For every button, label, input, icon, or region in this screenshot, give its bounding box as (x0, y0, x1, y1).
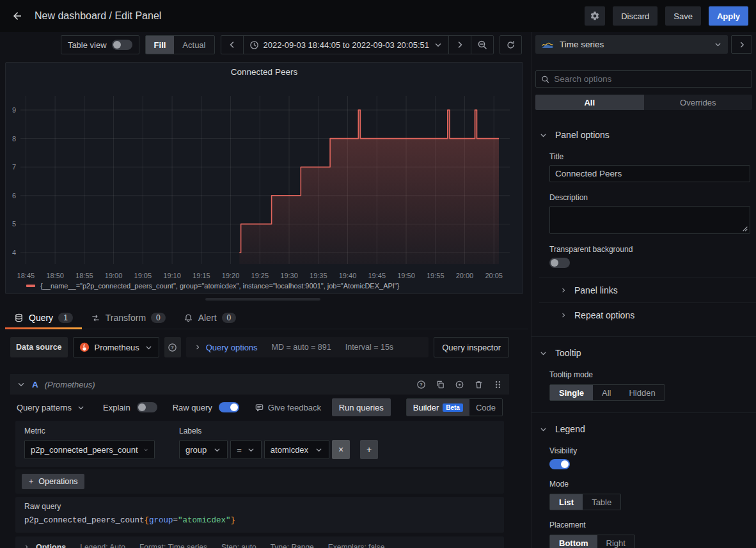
panel-title-input[interactable] (549, 165, 750, 182)
chevron-right-icon (563, 313, 565, 317)
datasource-row: Data source Prometheus Query options MD … (10, 337, 509, 357)
fill-option[interactable]: Fill (146, 36, 175, 54)
metric-label: Metric (24, 427, 155, 435)
add-operation-button[interactable]: + Operations (22, 474, 84, 489)
chart-legend[interactable]: {__name__="p2p_connected_peers_count", g… (26, 282, 399, 290)
builder-mode-option[interactable]: Builder Beta (407, 399, 469, 416)
chart-series (239, 110, 499, 264)
legend-placement-right[interactable]: Right (597, 535, 634, 548)
legend-visibility-toggle[interactable] (549, 459, 570, 469)
collapse-sidebar-button[interactable] (731, 35, 752, 54)
filter-overrides[interactable]: Overrides (644, 95, 753, 110)
svg-text:18:55: 18:55 (75, 272, 93, 279)
visualization-select[interactable]: Time series (535, 35, 728, 54)
section-panel-options[interactable]: Panel options (532, 119, 756, 144)
repeat-options-section[interactable]: Repeat options (539, 302, 756, 327)
give-feedback-link[interactable]: Give feedback (255, 403, 321, 412)
collapse-query-icon (19, 384, 24, 386)
query-options-collapsed-row[interactable]: Options Legend: Auto Format: Time series… (15, 536, 504, 548)
legend-mode-label: Mode (549, 480, 750, 489)
remove-label-filter-button[interactable]: × (332, 440, 350, 459)
label-operator-select[interactable]: = (230, 440, 262, 459)
time-range-button[interactable]: 2022-09-03 18:44:05 to 2022-09-03 20:05:… (244, 36, 450, 54)
legend-mode-list[interactable]: List (550, 494, 583, 510)
panel-settings-button[interactable] (585, 6, 605, 26)
save-button[interactable]: Save (665, 6, 701, 26)
section-tooltip[interactable]: Tooltip (532, 337, 756, 362)
query-help-icon[interactable] (416, 380, 426, 389)
time-shift-forward-button[interactable] (449, 36, 471, 54)
run-queries-button[interactable]: Run queries (332, 398, 391, 416)
placement-label: Placement (549, 521, 750, 529)
clock-icon (250, 41, 257, 48)
tooltip-mode-all[interactable]: All (593, 385, 620, 400)
table-view-toggle[interactable] (112, 40, 132, 50)
page-title: New dashboard / Edit Panel (35, 10, 161, 22)
datasource-select[interactable]: Prometheus (73, 337, 159, 357)
svg-text:18:50: 18:50 (46, 272, 64, 279)
option-type: Type: Range (271, 543, 314, 548)
svg-text:5: 5 (12, 220, 16, 228)
svg-text:19:55: 19:55 (427, 272, 445, 279)
zoom-out-time-button[interactable] (471, 36, 493, 54)
panel-links-section[interactable]: Panel links (539, 278, 756, 302)
legend-placement-group: Bottom Right (549, 535, 635, 548)
query-options-bar[interactable]: Query options MD = auto = 891 Interval =… (186, 337, 429, 357)
explain-toggle[interactable] (137, 402, 157, 412)
filter-all[interactable]: All (535, 95, 644, 110)
datasource-label: Data source (10, 337, 68, 357)
query-row-header[interactable]: A (Prometheus) (10, 374, 509, 395)
transparent-bg-label: Transparent background (549, 245, 750, 254)
actual-option[interactable]: Actual (174, 36, 214, 54)
refresh-button[interactable] (500, 36, 521, 54)
time-shift-back-button[interactable] (221, 36, 244, 54)
time-picker-group: 2022-09-03 18:44:05 to 2022-09-03 20:05:… (221, 35, 494, 54)
legend-placement-bottom[interactable]: Bottom (550, 535, 597, 548)
tab-query[interactable]: Query 1 (5, 307, 82, 329)
query-patterns-dropdown[interactable]: Query patterns (17, 403, 85, 412)
time-range-text: 2022-09-03 18:44:05 to 2022-09-03 20:05:… (264, 40, 430, 50)
legend-mode-group: List Table (549, 494, 621, 510)
chevron-right-icon (197, 345, 199, 348)
options-search[interactable] (535, 70, 752, 88)
timeseries-viz-icon (541, 40, 554, 49)
section-legend[interactable]: Legend (532, 413, 756, 438)
code-mode-option[interactable]: Code (469, 399, 502, 416)
chevron-down-icon (216, 449, 220, 451)
chevron-down-icon (716, 43, 720, 45)
timeseries-plot[interactable]: 18:4518:5018:5519:0019:0519:1019:1519:20… (6, 81, 523, 282)
tab-alert[interactable]: Alert 0 (175, 307, 245, 329)
discard-button[interactable]: Discard (613, 6, 658, 26)
raw-query-label: Raw query (24, 502, 495, 511)
operations-band: + Operations (15, 469, 504, 494)
back-button[interactable] (8, 6, 27, 26)
query-ref-id: A (32, 380, 38, 389)
drag-handle-icon[interactable] (493, 380, 503, 389)
query-inspector-button[interactable]: Query inspector (434, 337, 509, 357)
help-icon (169, 343, 176, 350)
delete-query-icon[interactable] (474, 380, 484, 389)
svg-text:19:50: 19:50 (397, 272, 415, 279)
legend-mode-table[interactable]: Table (583, 494, 620, 510)
datasource-help-button[interactable] (164, 337, 181, 357)
apply-button[interactable]: Apply (709, 6, 748, 26)
svg-text:19:10: 19:10 (163, 272, 181, 279)
label-value-select[interactable]: atomicdex (264, 440, 329, 459)
transparent-background-toggle[interactable] (549, 258, 570, 268)
disable-query-icon[interactable] (455, 380, 464, 389)
metric-select[interactable]: p2p_connected_peers_count (24, 440, 155, 459)
label-name-select[interactable]: group (179, 440, 228, 459)
tooltip-mode-hidden[interactable]: Hidden (620, 385, 664, 400)
panel-preview: Connected Peers 18:4518:5018:5519:0019:0… (5, 62, 523, 294)
option-legend: Legend: Auto (80, 543, 125, 548)
pane-resize-handle[interactable] (205, 298, 320, 301)
refresh-icon (508, 41, 514, 47)
tab-transform[interactable]: Transform 0 (82, 307, 175, 329)
search-options-input[interactable] (554, 74, 746, 84)
panel-description-textarea[interactable] (549, 206, 750, 234)
tooltip-mode-single[interactable]: Single (550, 385, 593, 400)
add-label-filter-button[interactable]: + (360, 440, 378, 459)
duplicate-query-icon[interactable] (436, 380, 445, 389)
legend-series-label: {__name__="p2p_connected_peers_count", g… (40, 282, 399, 290)
raw-query-toggle[interactable] (219, 402, 239, 412)
